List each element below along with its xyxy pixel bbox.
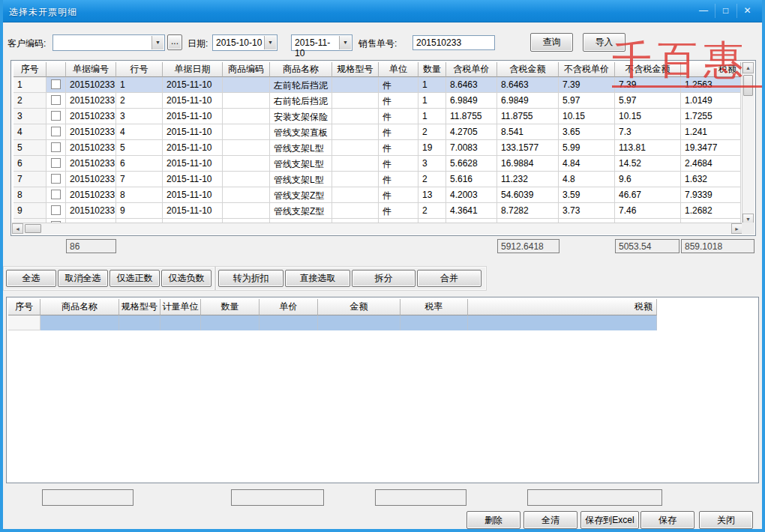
action-button-3[interactable]: 仅选正数: [110, 270, 160, 287]
column-header[interactable]: 单据编号: [66, 62, 116, 77]
table-cell: 件: [379, 93, 418, 109]
table-cell: 201510233: [66, 77, 116, 93]
column-header[interactable]: 单据日期: [163, 62, 223, 77]
table-cell: 7.46: [615, 203, 681, 219]
column-header[interactable]: 行号: [116, 62, 163, 77]
table-cell: 1: [116, 77, 163, 93]
table-cell: 7.39: [615, 77, 681, 93]
row-checkbox[interactable]: [51, 174, 61, 184]
table-row[interactable]: 320151023332015-11-10安装支架保险件111.875511.8…: [14, 109, 741, 124]
chevron-down-icon[interactable]: ▼: [339, 36, 351, 49]
clear-all-button[interactable]: 全清: [524, 511, 578, 529]
row-checkbox[interactable]: [51, 95, 61, 105]
chevron-down-icon[interactable]: ▼: [152, 36, 164, 49]
minimize-button[interactable]: —: [693, 4, 714, 18]
table-cell: 2015-11-10: [163, 156, 223, 172]
action-button-6[interactable]: 直接选取: [285, 270, 350, 287]
table-cell: [223, 156, 270, 172]
horizontal-scroll-thumb[interactable]: [25, 224, 41, 233]
column-header[interactable]: 计量单位: [160, 299, 201, 315]
sales-order-input[interactable]: 201510233: [412, 35, 495, 50]
date-to-picker[interactable]: 2015-11-10 ▼: [291, 34, 352, 51]
action-button-5[interactable]: 转为折扣: [218, 270, 284, 287]
column-header[interactable]: 含税金额: [497, 62, 559, 77]
scroll-right-icon[interactable]: ►: [731, 223, 742, 234]
maximize-button[interactable]: □: [715, 4, 736, 18]
column-header[interactable]: 金额: [318, 299, 400, 315]
action-button-2[interactable]: 取消全选: [58, 270, 108, 287]
grid2-empty-selected-row[interactable]: [8, 315, 658, 330]
chevron-down-icon[interactable]: ▼: [264, 36, 276, 49]
table-row[interactable]: 920151023392015-11-10管线支架Z型件24.36418.728…: [14, 203, 741, 219]
checkbox-cell: [46, 77, 66, 93]
import-button[interactable]: 导入: [583, 33, 626, 52]
vertical-scrollbar[interactable]: ▲ ▼: [742, 62, 754, 225]
query-button[interactable]: 查询: [530, 33, 573, 52]
row-checkbox[interactable]: [51, 111, 61, 121]
action-button-7[interactable]: 拆分: [352, 270, 416, 287]
save-button[interactable]: 保存: [640, 511, 694, 529]
table-cell: 安装支架保险: [270, 109, 332, 124]
action-button-1[interactable]: 全选: [6, 270, 56, 287]
column-header[interactable]: 含税单价: [446, 62, 497, 77]
total-count-box: 86: [66, 239, 116, 253]
row-checkbox[interactable]: [51, 190, 61, 199]
table-row[interactable]: 420151023342015-11-10管线支架直板件24.27058.541…: [14, 124, 741, 140]
column-header[interactable]: 不含税金额: [615, 62, 681, 77]
date-from-picker[interactable]: 2015-10-10 ▼: [212, 34, 278, 51]
customer-lookup-button[interactable]: ...: [167, 34, 182, 50]
column-header[interactable]: 税率: [400, 299, 468, 315]
column-header[interactable]: 序号: [14, 62, 46, 77]
table-cell: 8: [116, 187, 163, 203]
table-cell: 管线支架直板: [270, 124, 332, 140]
row-checkbox[interactable]: [51, 158, 61, 168]
scroll-left-icon[interactable]: ◄: [12, 223, 23, 234]
action-button-4[interactable]: 仅选负数: [161, 270, 212, 287]
checkbox-cell: [46, 124, 66, 140]
save-to-excel-button[interactable]: 保存到Excel: [580, 511, 639, 529]
column-header[interactable]: 税额: [468, 299, 657, 315]
column-header[interactable]: 数量: [201, 299, 260, 315]
date-from-value: 2015-10-10: [216, 37, 263, 48]
table-row[interactable]: 720151023372015-11-10管线支架L型件25.61611.232…: [14, 172, 741, 187]
row-checkbox[interactable]: [51, 127, 61, 136]
table-cell: 1.0149: [681, 93, 741, 109]
column-header[interactable]: 规格型号: [332, 62, 379, 77]
column-header[interactable]: [46, 62, 66, 77]
table-row[interactable]: 520151023352015-11-10管线支架L型件197.0083133.…: [14, 140, 741, 156]
column-header[interactable]: 序号: [8, 299, 40, 315]
table-cell: 1: [418, 77, 446, 93]
table-row[interactable]: 220151023322015-11-10右前轮后挡泥件16.98496.984…: [14, 93, 741, 109]
table-cell: 201510233: [66, 172, 116, 187]
close-button[interactable]: ✕: [736, 4, 758, 18]
title-bar[interactable]: 选择未开票明细 — □ ✕: [0, 0, 765, 22]
column-header[interactable]: 单价: [260, 299, 318, 315]
scroll-up-icon[interactable]: ▲: [742, 62, 754, 73]
table-row[interactable]: 820151023382015-11-10管线支架Z型件134.200354.6…: [14, 187, 741, 203]
delete-button[interactable]: 删除: [466, 511, 520, 529]
table-cell: [223, 124, 270, 140]
row-checkbox[interactable]: [51, 205, 61, 215]
column-header[interactable]: 税额: [681, 62, 741, 77]
horizontal-scrollbar[interactable]: ◄ ►: [12, 223, 742, 235]
column-header[interactable]: 数量: [418, 62, 446, 77]
column-header[interactable]: 规格型号: [119, 299, 160, 315]
column-header[interactable]: 商品编码: [223, 62, 270, 77]
action-button-8[interactable]: 合并: [417, 270, 482, 287]
column-header[interactable]: 商品名称: [40, 299, 119, 315]
grid-header-row: 序号单据编号行号单据日期商品编码商品名称规格型号单位数量含税单价含税金额不含税单…: [14, 62, 741, 77]
table-row[interactable]: 620151023362015-11-10管线支架L型件35.662816.98…: [14, 156, 741, 172]
column-header[interactable]: 不含税单价: [559, 62, 615, 77]
customer-code-combobox[interactable]: ▼: [52, 34, 165, 51]
row-checkbox[interactable]: [51, 142, 61, 152]
column-header[interactable]: 单位: [379, 62, 418, 77]
row-checkbox[interactable]: [51, 79, 61, 89]
table-row[interactable]: 120151023312015-11-10左前轮后挡泥件18.64638.646…: [14, 77, 741, 93]
table-cell: 201510233: [66, 187, 116, 203]
close-dialog-button[interactable]: 关闭: [699, 511, 753, 529]
checkbox-cell: [46, 140, 66, 156]
total-tax-box: 859.1018: [681, 239, 754, 253]
table-cell: 1.632: [681, 172, 741, 187]
vertical-scroll-thumb[interactable]: [743, 75, 753, 96]
column-header[interactable]: 商品名称: [270, 62, 332, 77]
